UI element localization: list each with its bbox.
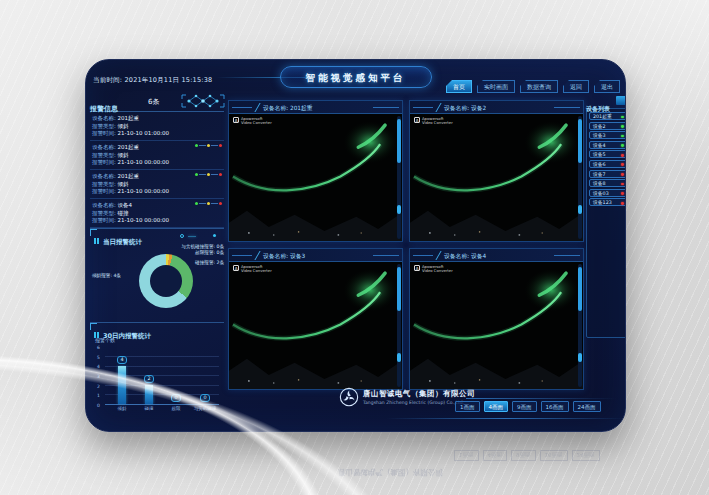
bar-value-badge: 2: [144, 375, 153, 383]
y-tick: 2: [97, 383, 100, 388]
video-panel-3[interactable]: 设备名称: 设备3 A: [228, 248, 403, 390]
video-feed[interactable]: A ApowersoftVideo Converter: [229, 114, 402, 241]
watermark-line2: Video Converter: [422, 269, 453, 273]
alarm-time-label: 报警时间:: [92, 159, 116, 165]
camera-scene: [410, 114, 583, 241]
network-decoration-icon: [180, 91, 226, 111]
layout-1-button[interactable]: 1画面: [455, 401, 480, 412]
company-name-cn: 唐山智诚电气（集团）有限公司: [363, 389, 475, 399]
alarm-device-value: 设备4: [118, 202, 133, 208]
bar-chart-plot: 4 倾斜 2 碰撞 0 超限: [105, 347, 219, 405]
device-list-title: 设备列表: [586, 105, 610, 112]
watermark: A ApowersoftVideo Converter: [414, 265, 453, 273]
photo-backdrop: 当前时间: 2021年10月11日 15:15:38 智能视觉感知平台 首页 实…: [0, 0, 709, 495]
reflection-button: 16画面: [540, 450, 568, 461]
device-name: 设备7: [593, 172, 606, 177]
nav-home-button[interactable]: 首页: [446, 80, 472, 93]
alarm-device-value: 201起重: [118, 144, 140, 150]
y-tick: 4: [97, 364, 100, 369]
layout-9-button[interactable]: 9画面: [512, 401, 537, 412]
device-name: 设备5: [593, 152, 606, 157]
alarm-panel-header: 报警信息 6条: [90, 96, 224, 112]
video-scrollbar[interactable]: [397, 264, 401, 387]
alarm-type-label: 报警类型:: [92, 181, 116, 187]
device-name: 设备6: [593, 162, 606, 167]
donut-label-overlimit: 超限报警: 0条: [195, 250, 224, 255]
donut-label-tilt: 倾斜报警: 4条: [92, 273, 121, 278]
layout-16-button[interactable]: 16画面: [541, 401, 569, 412]
video-panel-4[interactable]: 设备名称: 设备4 A: [409, 248, 584, 390]
bar-category-label: 倾斜: [118, 406, 127, 411]
bar-value-badge: 4: [117, 356, 126, 364]
device-item[interactable]: 设备2: [589, 122, 626, 130]
device-list-tab[interactable]: [616, 96, 626, 105]
video-scrollbar[interactable]: [578, 116, 582, 239]
alarm-item[interactable]: 设备名称: 201起重 报警类型: 倾斜 报警时间: 21-10-10 01:0…: [90, 112, 224, 141]
alarm-item[interactable]: 设备名称: 201起重 报警类型: 倾斜 报警时间: 21-10-10 00:0…: [90, 141, 224, 170]
monthly-alarm-stats-panel: 30日内报警统计 报警个数 6 5 4 3 2 1 0 4 倾斜: [90, 322, 224, 422]
watermark-logo-icon: A: [233, 117, 239, 123]
device-item[interactable]: 设备3: [589, 131, 626, 139]
device-item[interactable]: 设备123: [589, 198, 626, 206]
device-status-dot: [621, 202, 624, 205]
video-panel-1[interactable]: 设备名称: 201起重 A: [228, 100, 403, 242]
alarm-type-value: 碰撞: [118, 210, 129, 216]
watermark-line2: Video Converter: [241, 121, 272, 125]
y-tick: 6: [97, 345, 100, 350]
video-scrollbar[interactable]: [578, 264, 582, 387]
bar-collision: [145, 385, 153, 404]
device-item[interactable]: 设备03: [589, 189, 626, 197]
video-feed[interactable]: A ApowersoftVideo Converter: [229, 262, 402, 389]
alarm-time-value: 21-10-10 00:00:00: [118, 188, 169, 194]
y-tick: 3: [97, 374, 100, 379]
video-panel-header: 设备名称: 设备3: [229, 249, 402, 262]
device-item[interactable]: 设备5: [589, 150, 626, 158]
alarm-count-badge: 6条: [148, 97, 159, 107]
alarm-type-label: 报警类型:: [92, 210, 116, 216]
alarm-type-label: 报警类型:: [92, 123, 116, 129]
device-list-header: 设备列表: [586, 96, 626, 108]
page-title: 智能视觉感知平台: [281, 67, 431, 88]
layout-24-button[interactable]: 24画面: [573, 401, 601, 412]
device-item[interactable]: 201起重: [589, 112, 626, 120]
alarm-status-leds: [195, 144, 222, 147]
video-panel-title: 设备名称: 201起重: [263, 104, 313, 113]
bar-category-label: 超限: [172, 406, 181, 411]
alarm-time-value: 21-10-10 01:00:00: [118, 130, 169, 136]
device-item[interactable]: 设备8: [589, 179, 626, 187]
video-panel-2[interactable]: 设备名称: 设备2 A: [409, 100, 584, 242]
slash-decoration: [435, 103, 441, 112]
slash-decoration: [435, 251, 441, 260]
alarm-item[interactable]: 设备名称: 201起重 报警类型: 倾斜 报警时间: 21-10-10 00:0…: [90, 170, 224, 199]
alarm-type-value: 倾斜: [118, 181, 129, 187]
device-name: 设备2: [593, 124, 606, 129]
device-status-dot: [621, 125, 624, 128]
bar-value-badge: 0: [171, 394, 180, 402]
video-feed[interactable]: A ApowersoftVideo Converter: [410, 262, 583, 389]
video-panel-header: 设备名称: 设备4: [410, 249, 583, 262]
device-item[interactable]: 设备7: [589, 170, 626, 178]
device-status-dot: [621, 163, 624, 166]
device-name: 设备3: [593, 133, 606, 138]
alarm-time-label: 报警时间:: [92, 217, 116, 223]
nav-back-button[interactable]: 返回: [563, 80, 589, 93]
video-scrollbar[interactable]: [397, 116, 401, 239]
nav-data-query-button[interactable]: 数据查询: [520, 80, 558, 93]
device-item[interactable]: 设备6: [589, 160, 626, 168]
video-panel-title: 设备名称: 设备3: [263, 252, 305, 261]
watermark-logo-icon: A: [233, 265, 239, 271]
video-feed[interactable]: A ApowersoftVideo Converter: [410, 114, 583, 241]
donut-label-adjacent-collision: 与旁机碰撞报警: 0条: [181, 244, 224, 249]
nav-live-view-button[interactable]: 实时画面: [477, 80, 515, 93]
alarm-item[interactable]: 设备名称: 设备4 报警类型: 碰撞 报警时间: 21-10-10 00:00:…: [90, 199, 224, 228]
layout-4-button[interactable]: 4画面: [484, 401, 509, 412]
device-item[interactable]: 设备4: [589, 141, 626, 149]
alarm-device-value: 201起重: [118, 115, 140, 121]
device-status-dot: [621, 183, 624, 186]
reflection-button: 4画面: [483, 450, 508, 461]
footer-decor-line: [386, 418, 624, 419]
video-panel-title: 设备名称: 设备2: [444, 104, 486, 113]
nav-exit-button[interactable]: 退出: [594, 80, 620, 93]
watermark-logo-icon: A: [414, 265, 420, 271]
dashboard-screen: 当前时间: 2021年10月11日 15:15:38 智能视觉感知平台 首页 实…: [85, 59, 626, 432]
